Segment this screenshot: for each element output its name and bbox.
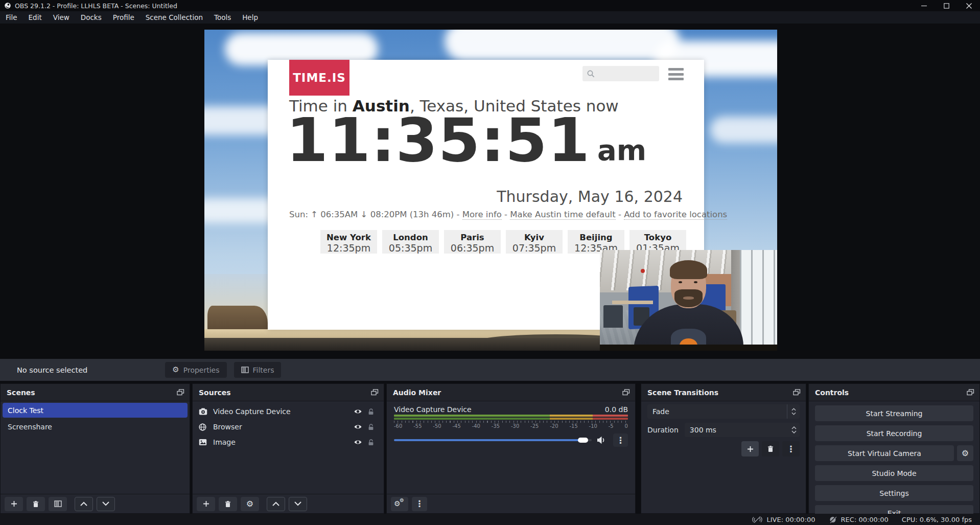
city-clock[interactable]: New York 12:35pm bbox=[320, 230, 377, 254]
remove-transition-button[interactable] bbox=[762, 441, 779, 456]
duration-spinbox[interactable]: 300 ms bbox=[685, 423, 800, 437]
advanced-audio-button[interactable]: ⚙⚙ bbox=[391, 497, 408, 511]
meter-tick-labels: -60-55-50-45-40-35-30-25-20-15-10-50 bbox=[394, 423, 628, 429]
image-icon bbox=[199, 439, 208, 446]
sun-info-part[interactable]: More info bbox=[462, 210, 502, 220]
visibility-eye-icon[interactable] bbox=[351, 439, 364, 445]
scenes-dock-header[interactable]: Scenes bbox=[1, 384, 190, 401]
menu-item[interactable]: Help bbox=[237, 11, 264, 24]
remove-scene-button[interactable] bbox=[27, 497, 45, 511]
menu-item[interactable]: Docks bbox=[75, 11, 107, 24]
mixer-dock-header[interactable]: Audio Mixer bbox=[387, 384, 635, 401]
speaker-icon[interactable] bbox=[597, 436, 606, 444]
move-scene-down-button[interactable] bbox=[97, 497, 115, 511]
visibility-eye-icon[interactable] bbox=[351, 408, 364, 415]
popout-icon[interactable] bbox=[177, 389, 184, 396]
add-scene-button[interactable] bbox=[5, 497, 23, 511]
scene-item[interactable]: Clock Test bbox=[3, 403, 188, 418]
transition-menu-button[interactable]: ⋮ bbox=[782, 441, 800, 456]
program-preview[interactable]: TIME.IS Time in Austin, Texas, United St… bbox=[204, 30, 777, 351]
mixer-menu-button[interactable]: ⋮ bbox=[412, 497, 427, 511]
city-clock[interactable]: Kyiv 07:35pm bbox=[506, 230, 563, 254]
virtual-camera-settings-button[interactable]: ⚙ bbox=[957, 445, 973, 461]
visibility-eye-icon[interactable] bbox=[351, 424, 364, 430]
hamburger-menu-icon[interactable] bbox=[668, 68, 684, 80]
rec-time: REC: 00:00:00 bbox=[841, 516, 889, 523]
volume-meter bbox=[394, 415, 628, 417]
popout-icon[interactable] bbox=[371, 389, 379, 396]
move-scene-up-button[interactable] bbox=[75, 497, 93, 511]
volume-slider[interactable] bbox=[394, 439, 592, 441]
sun-info-part[interactable]: Add to favorite locations bbox=[624, 210, 727, 220]
studio-mode-button[interactable]: Studio Mode bbox=[815, 465, 973, 481]
maximize-button[interactable] bbox=[935, 0, 958, 11]
city-name: Tokyo bbox=[629, 233, 686, 242]
timeis-logo[interactable]: TIME.IS bbox=[289, 60, 349, 96]
menu-bar: FileEditViewDocksProfileScene Collection… bbox=[0, 11, 980, 24]
source-item[interactable]: Image bbox=[193, 435, 384, 450]
move-source-up-button[interactable] bbox=[267, 497, 285, 511]
transitions-dock-header[interactable]: Scene Transitions bbox=[641, 384, 806, 401]
source-item[interactable]: Video Capture Device bbox=[193, 404, 384, 419]
double-gear-icon: ⚙⚙ bbox=[394, 499, 405, 509]
minimize-button[interactable] bbox=[913, 0, 935, 11]
city-name: New York bbox=[320, 233, 377, 242]
city-name: Beijing bbox=[568, 233, 624, 242]
add-source-button[interactable] bbox=[197, 497, 215, 511]
obs-logo-icon bbox=[4, 2, 11, 9]
filters-button[interactable]: Filters bbox=[234, 362, 282, 378]
city-clock[interactable]: London 05:35pm bbox=[382, 230, 439, 254]
source-item[interactable]: Browser bbox=[193, 419, 384, 435]
menu-item[interactable]: Tools bbox=[208, 11, 237, 24]
channel-menu-button[interactable]: ⋮ bbox=[613, 433, 628, 447]
city-name: London bbox=[382, 233, 439, 242]
scene-item[interactable]: Screenshare bbox=[3, 419, 188, 434]
start-streaming-button[interactable]: Start Streaming bbox=[815, 405, 973, 421]
sun-info-part: Sun: ↑ 06:35AM ↓ 08:20PM (13h 46m) - bbox=[289, 210, 462, 219]
scene-filters-button[interactable] bbox=[49, 497, 67, 511]
start-virtual-camera-button[interactable]: Start Virtual Camera bbox=[815, 445, 954, 461]
sources-dock-header[interactable]: Sources bbox=[193, 384, 384, 401]
duration-label: Duration bbox=[647, 426, 679, 434]
source-properties-button[interactable]: ⚙ bbox=[241, 497, 259, 511]
popout-icon[interactable] bbox=[793, 389, 801, 396]
scene-transitions-dock: Scene Transitions Fade Duration 300 ms bbox=[641, 383, 806, 514]
menu-item[interactable]: Edit bbox=[23, 11, 48, 24]
close-button[interactable] bbox=[958, 0, 980, 11]
channel-db: 0.0 dB bbox=[605, 405, 628, 414]
cloud bbox=[445, 30, 680, 61]
lock-icon[interactable] bbox=[364, 408, 378, 415]
properties-button[interactable]: ⚙ Properties bbox=[165, 362, 226, 378]
scenes-toolbar bbox=[1, 494, 190, 513]
city-clock[interactable]: Paris 06:35pm bbox=[444, 230, 501, 254]
city-name: Paris bbox=[444, 233, 501, 242]
stream-inactive-icon bbox=[752, 516, 762, 523]
settings-button[interactable]: Settings bbox=[815, 485, 973, 501]
lock-icon[interactable] bbox=[364, 423, 378, 430]
menu-item[interactable]: File bbox=[0, 11, 23, 24]
transition-select[interactable]: Fade bbox=[647, 404, 800, 419]
mixer-channel: Video Capture Device 0.0 dB -60-55-50-45… bbox=[387, 401, 635, 447]
volume-slider-handle[interactable] bbox=[578, 438, 588, 443]
spinner-arrows-icon[interactable] bbox=[791, 426, 797, 433]
gear-icon: ⚙ bbox=[246, 500, 253, 508]
sun-info-part[interactable]: Make Austin time default bbox=[510, 210, 615, 220]
popout-icon[interactable] bbox=[967, 389, 974, 396]
menu-item[interactable]: Profile bbox=[107, 11, 140, 24]
start-recording-button[interactable]: Start Recording bbox=[815, 425, 973, 441]
move-source-down-button[interactable] bbox=[289, 497, 307, 511]
search-input[interactable] bbox=[582, 66, 659, 81]
remove-source-button[interactable] bbox=[219, 497, 237, 511]
controls-dock-header[interactable]: Controls bbox=[809, 384, 979, 401]
live-time: LIVE: 00:00:00 bbox=[766, 516, 815, 523]
menu-item[interactable]: Scene Collection bbox=[140, 11, 208, 24]
lock-icon[interactable] bbox=[364, 439, 378, 446]
gear-icon: ⚙ bbox=[172, 366, 179, 374]
popout-icon[interactable] bbox=[622, 389, 630, 396]
clock-digits: 11:35:51 bbox=[286, 109, 590, 172]
add-transition-button[interactable] bbox=[741, 441, 759, 456]
audio-mixer-dock: Audio Mixer Video Capture Device 0.0 dB … bbox=[386, 383, 636, 514]
menu-item[interactable]: View bbox=[48, 11, 75, 24]
webcam-overlay[interactable] bbox=[600, 250, 777, 351]
webcam-window bbox=[740, 250, 777, 351]
